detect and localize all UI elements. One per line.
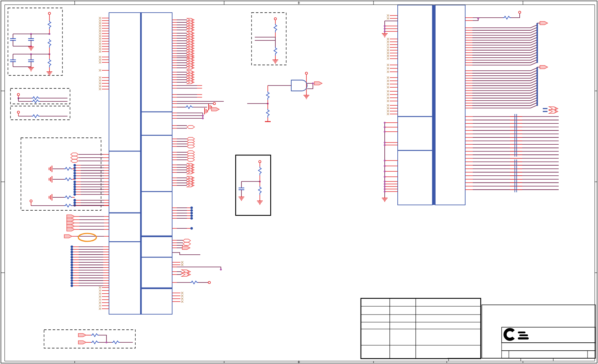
terminal-icon: [48, 12, 51, 14]
junction-dot: [384, 126, 385, 128]
junction-dot: [384, 25, 385, 27]
junction-dot: [71, 253, 73, 256]
bus-connector-lens-icon: [71, 153, 78, 156]
junction-dot: [74, 199, 76, 202]
terminal-icon: [274, 18, 276, 20]
net-wire: [172, 253, 200, 255]
junction-dot: [191, 215, 193, 217]
resistor: [503, 16, 511, 19]
ic-block-left-col-b: [141, 13, 172, 314]
junction-dot: [71, 256, 73, 258]
junction-dot: [74, 193, 76, 196]
bus-connector-arrow-icon: [67, 224, 75, 228]
net-wire: [99, 335, 106, 342]
ic-block-right-col-a: [398, 5, 432, 205]
and-gate-icon: [291, 80, 307, 91]
bus-connector-arrow-icon: [67, 228, 75, 231]
resistor: [266, 109, 269, 118]
net-wire: [511, 14, 520, 18]
resistor: [274, 24, 277, 32]
dashed-group-box: [252, 13, 286, 65]
resistor: [266, 91, 269, 100]
junction-dot: [384, 141, 385, 143]
junction-dot: [71, 246, 73, 248]
terminal-icon: [213, 102, 215, 105]
junction-dot: [384, 188, 385, 190]
junction-dot: [71, 248, 73, 251]
junction-dot: [477, 17, 479, 19]
resistor: [190, 281, 198, 284]
junction-dot: [191, 212, 193, 214]
resistor: [48, 21, 51, 29]
bus-connector-arrow-icon: [64, 234, 72, 238]
junction-dot: [384, 170, 385, 172]
terminal-icon: [208, 281, 210, 284]
junction-dot: [191, 209, 193, 212]
junction-dot: [312, 82, 314, 84]
bus-connector-lens-icon: [183, 242, 191, 246]
resistor: [112, 341, 120, 344]
title-block-logo-cell: [502, 327, 595, 343]
junction-dot: [71, 261, 73, 264]
resistor: [91, 341, 99, 344]
junction-dot: [74, 164, 76, 167]
resistor: [185, 106, 193, 109]
resistor: [258, 167, 261, 175]
junction-dot: [220, 268, 222, 270]
bus-connector-lens-icon: [183, 239, 191, 242]
junction-dot: [71, 264, 73, 266]
terminal-icon: [17, 111, 19, 113]
resistor: [48, 39, 51, 48]
junction-dot: [105, 341, 107, 343]
bus-net-wire: [472, 25, 537, 28]
revision-table: [361, 298, 481, 359]
junction-dot: [71, 266, 73, 269]
feedback-wire: [307, 84, 313, 89]
cirrus-logic-logo: [518, 337, 529, 339]
junction-dot: [384, 183, 385, 185]
bus-connector-lens-icon: [71, 159, 78, 163]
junction-dot: [191, 227, 193, 230]
junction-dot: [74, 181, 76, 183]
resistor: [258, 186, 261, 195]
junction-dot: [384, 28, 385, 30]
junction-dot: [384, 159, 385, 161]
cirrus-logic-logo: [505, 330, 514, 339]
resistor: [274, 47, 277, 56]
solid-callout-box: [236, 155, 271, 215]
ic-block-left-col-a: [109, 13, 141, 314]
bus-net-wire: [472, 68, 537, 71]
resistor: [64, 178, 72, 181]
bus-connector-lens-icon: [187, 126, 195, 129]
title-block: [482, 305, 595, 358]
cirrus-logic-logo: [518, 332, 525, 333]
resistor: [91, 334, 99, 337]
title-block-number-cell: [502, 351, 595, 358]
resistor: [64, 167, 72, 170]
resistor: [32, 115, 40, 118]
terminal-icon: [259, 161, 261, 163]
junction-dot: [384, 131, 385, 132]
bus-connector-arrow-icon: [67, 221, 75, 224]
bus-connector-arrow-icon: [314, 82, 322, 85]
junction-dot: [74, 175, 76, 177]
junction-dot: [202, 115, 204, 117]
junction-dot: [74, 172, 76, 175]
resistor: [32, 100, 40, 103]
junction-dot: [384, 122, 385, 123]
bus-connector-lens-icon: [71, 156, 78, 159]
bus-connector-arrow-icon: [540, 65, 548, 69]
terminal-icon: [17, 93, 19, 96]
junction-dot: [71, 251, 73, 253]
junction-dot: [71, 259, 73, 261]
junction-dot: [202, 117, 204, 119]
junction-dot: [384, 185, 385, 187]
net-wire: [177, 267, 221, 269]
terminal-icon: [519, 11, 521, 13]
bus-connector-arrow-icon: [78, 341, 86, 344]
dashed-group-box: [8, 8, 62, 75]
junction-dot: [74, 169, 76, 172]
cirrus-logic-logo: [519, 334, 528, 336]
junction-dot: [384, 144, 385, 146]
bus-connector-lens-icon: [187, 158, 195, 162]
